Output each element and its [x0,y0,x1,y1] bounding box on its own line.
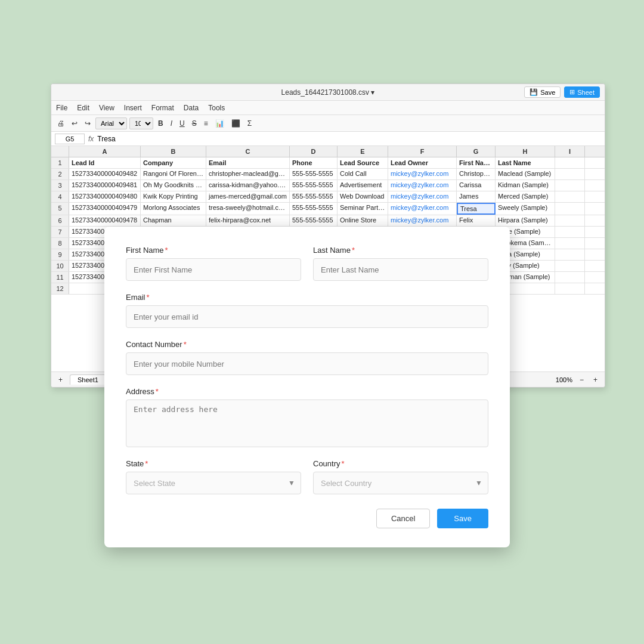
header-lead-id[interactable]: Lead Id [69,157,141,168]
menu-tools[interactable]: Tools [208,104,225,112]
formula-bar: G5 fx Tresa [51,132,605,146]
email-group: Email* [126,293,488,328]
contact-label: Contact Number* [126,340,488,349]
titlebar: Leads_164421730100​8.csv ▾ 💾 Save ⊞ Shee… [51,84,605,101]
email-row: Email* [126,293,488,328]
add-sheet-btn[interactable]: + [56,374,65,385]
required-star-5: * [156,387,159,396]
menu-file[interactable]: File [56,104,67,112]
country-select-wrapper: Select Country ▼ [313,472,488,494]
last-name-label: Last Name* [313,246,488,255]
address-group: Address* [126,387,488,447]
first-name-group: First Name* [126,246,301,281]
required-star-2: * [352,246,355,255]
contact-row: Contact Number* [126,340,488,375]
country-group: Country* Select Country ▼ [313,459,488,494]
save-icon: 💾 [530,88,538,96]
required-star-4: * [184,340,187,349]
col-header-a[interactable]: A [69,146,141,157]
save-button[interactable]: 💾 Save [524,86,561,98]
chart-btn[interactable]: 📊 [213,118,227,129]
modal-dialog: First Name* Last Name* Email* Contact Nu… [104,227,510,547]
country-label: Country* [313,459,488,468]
table-row[interactable]: 5 152733400000409479 Morlong Associates … [51,203,605,215]
menu-insert[interactable]: Insert [124,104,142,112]
cell-reference[interactable]: G5 [55,134,85,144]
col-header-i[interactable]: I [555,146,585,157]
state-label: State* [126,459,301,468]
align-btn[interactable]: ≡ [202,118,210,129]
table-row[interactable]: 4 152733400000409480 Kwik Kopy Printing … [51,191,605,203]
sum-btn[interactable]: Σ [245,118,254,129]
header-phone[interactable]: Phone [290,157,338,168]
state-group: State* Select State ▼ [126,459,301,494]
name-row: First Name* Last Name* [126,246,488,281]
column-headers: A B C D E F G H I [51,146,605,157]
italic-btn[interactable]: I [168,118,175,129]
menubar: File Edit View Insert Format Data Tools [51,101,605,115]
table-row[interactable]: 6 152733400000409478 Chapman felix-hirpa… [51,215,605,227]
menu-format[interactable]: Format [151,104,174,112]
last-name-input[interactable] [313,258,488,281]
header-last-name[interactable]: Last Name [496,157,555,168]
required-star-7: * [342,459,345,468]
col-header-c[interactable]: C [206,146,290,157]
row-num-header [51,146,69,157]
required-star-3: * [147,293,150,302]
table-row[interactable]: 2 152733400000409482 Rangoni Of Florence… [51,169,605,180]
header-company[interactable]: Company [141,157,206,168]
col-header-h[interactable]: H [496,146,555,157]
undo-btn[interactable]: ↩ [69,118,80,129]
menu-view[interactable]: View [99,104,114,112]
required-star-6: * [145,459,148,468]
filter-btn[interactable]: ⬛ [229,118,243,129]
menu-edit[interactable]: Edit [77,104,89,112]
underline-btn[interactable]: U [177,118,187,129]
col-header-b[interactable]: B [141,146,206,157]
table-row[interactable]: 3 152733400000409481 Oh My Goodknits Inc… [51,180,605,191]
required-star: * [165,246,168,255]
col-header-e[interactable]: E [338,146,388,157]
strikethrough-btn[interactable]: S [190,118,199,129]
header-first-name[interactable]: First Name [457,157,496,168]
first-name-label: First Name* [126,246,301,255]
col-header-f[interactable]: F [388,146,457,157]
sheet-button[interactable]: ⊞ Sheet [564,86,600,98]
col-header-d[interactable]: D [290,146,338,157]
cancel-button[interactable]: Cancel [376,509,430,528]
email-label: Email* [126,293,488,302]
state-country-row: State* Select State ▼ Country* Select Co… [126,459,488,494]
modal-save-button[interactable]: Save [437,509,488,528]
email-input[interactable] [126,305,488,328]
header-lead-owner[interactable]: Lead Owner [388,157,457,168]
header-email[interactable]: Email [206,157,290,168]
state-select-wrapper: Select State ▼ [126,472,301,494]
formula-input[interactable]: Tresa [97,135,601,143]
address-row: Address* [126,387,488,447]
font-size-selector[interactable]: 10 [129,117,153,129]
file-title: Leads_164421730100​8.csv ▾ [281,88,375,97]
bold-btn[interactable]: B [156,118,166,129]
sheet-tab[interactable]: Sheet1 [70,374,106,385]
header-lead-source[interactable]: Lead Source [338,157,388,168]
zoom-out-btn[interactable]: − [577,374,586,385]
toolbar: 🖨 ↩ ↪ Arial 10 B I U S ≡ 📊 ⬛ Σ [51,115,605,132]
country-select[interactable]: Select Country [313,472,488,494]
contact-input[interactable] [126,352,488,375]
address-label: Address* [126,387,488,396]
first-name-input[interactable] [126,258,301,281]
modal-actions: Cancel Save [126,509,488,528]
header-data-row: 1 Lead Id Company Email Phone Lead Sourc… [51,157,605,169]
zoom-level: 100% [556,376,572,383]
last-name-group: Last Name* [313,246,488,281]
menu-data[interactable]: Data [184,104,199,112]
font-selector[interactable]: Arial [95,117,127,129]
zoom-in-btn[interactable]: + [591,374,600,385]
col-header-g[interactable]: G [457,146,496,157]
state-select[interactable]: Select State [126,472,301,494]
print-btn[interactable]: 🖨 [55,118,67,129]
redo-btn[interactable]: ↪ [82,118,93,129]
fx-label: fx [88,135,94,143]
address-input[interactable] [126,400,488,447]
table-icon: ⊞ [569,88,575,96]
